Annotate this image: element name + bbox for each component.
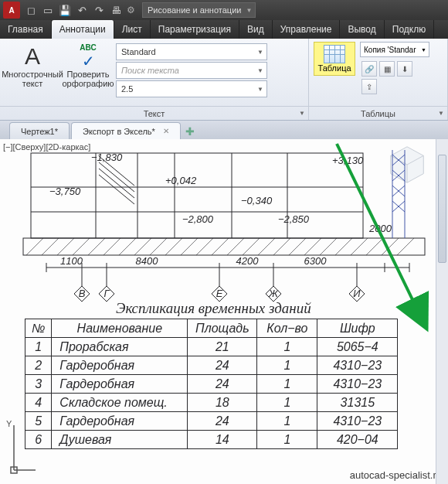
panel-tables: Таблица Копия 'Standar 🔗 ▦ ⬇ ⇪ Таблицы▼ <box>309 39 448 120</box>
svg-line-23 <box>119 238 136 255</box>
th-name: Наименование <box>52 319 188 338</box>
panel-text-title[interactable]: Текст▼ <box>0 106 308 120</box>
download-icon[interactable]: ⬇ <box>397 61 412 77</box>
svg-text:Ж: Ж <box>268 288 279 299</box>
svg-line-33 <box>273 238 290 255</box>
th-qty: Кол−во <box>257 319 317 338</box>
mtext-label: Многострочный текст <box>2 70 63 88</box>
svg-line-36 <box>320 238 337 255</box>
table-title: Экспликация временных зданий <box>116 300 311 317</box>
table-icon <box>324 45 345 63</box>
document-tabs: Чертеж1* Экспорт в Эксель*✕ ✚ <box>0 121 448 139</box>
th-code: Шифр <box>317 319 398 338</box>
doc-tab-2[interactable]: Экспорт в Эксель*✕ <box>71 122 181 139</box>
close-icon[interactable]: ✕ <box>163 127 169 135</box>
quick-access-toolbar: A ◻ ▭ 💾 ↶ ↷ 🖶 ⚙ Рисование и аннотации <box>0 0 448 20</box>
mtext-button[interactable]: A Многострочный текст <box>5 42 60 90</box>
table-row: 3Гардеробная2414310−23 <box>25 375 398 394</box>
new-icon[interactable]: ◻ <box>25 4 37 16</box>
svg-line-26 <box>165 238 182 255</box>
spell-label: Проверить орфографию <box>62 70 114 88</box>
svg-line-22 <box>104 238 120 255</box>
svg-line-39 <box>366 238 383 255</box>
svg-rect-16 <box>23 238 425 255</box>
text-style-select[interactable]: Standard <box>116 43 267 60</box>
svg-text:+0,042: +0,042 <box>165 175 197 186</box>
watermark: autocad-specialist.ru <box>350 469 442 481</box>
svg-line-24 <box>134 238 151 255</box>
drawing-canvas[interactable]: [−][Сверху][2D-каркас] <box>0 139 448 484</box>
svg-text:6300: 6300 <box>304 255 328 267</box>
table-style-select[interactable]: Копия 'Standar <box>360 42 429 57</box>
svg-text:−2,800: −2,800 <box>182 213 214 225</box>
app-logo[interactable]: A <box>3 2 20 19</box>
spellcheck-button[interactable]: ABC ✓ Проверить орфографию <box>60 42 116 90</box>
svg-line-41 <box>397 238 414 255</box>
svg-line-20 <box>73 238 90 255</box>
link-icon[interactable]: 🔗 <box>361 61 377 77</box>
mtext-icon: A <box>20 43 45 70</box>
svg-text:1100: 1100 <box>60 255 83 267</box>
svg-text:−0,340: −0,340 <box>241 195 273 206</box>
vertical-scrollbar[interactable] <box>436 139 448 484</box>
text-search-input[interactable]: Поиск текста <box>116 62 267 79</box>
extract-icon[interactable]: ▦ <box>379 61 395 77</box>
spell-icon: ABC ✓ <box>76 43 100 70</box>
th-area: Площадь <box>188 319 257 338</box>
tab-output[interactable]: Вывод <box>340 20 384 39</box>
tab-plugins[interactable]: Подклю <box>385 20 434 39</box>
svg-text:2000: 2000 <box>368 223 392 234</box>
svg-text:8400: 8400 <box>136 255 159 267</box>
section-drawing: +3,130 +0,042 −0,340 −2,800 −2,850 −3,75… <box>0 139 448 309</box>
svg-line-14 <box>99 169 134 198</box>
save-icon[interactable]: 💾 <box>59 4 71 16</box>
table-row: 4Складское помещ.18131315 <box>25 394 398 412</box>
panel-text: A Многострочный текст ABC ✓ Проверить ор… <box>0 39 309 120</box>
svg-text:4200: 4200 <box>236 255 260 267</box>
svg-line-31 <box>243 238 260 255</box>
ribbon: A Многострочный текст ABC ✓ Проверить ор… <box>0 39 448 121</box>
ribbon-tabs: Главная Аннотации Лист Параметризация Ви… <box>0 20 448 39</box>
svg-text:−3,750: −3,750 <box>49 186 81 197</box>
tab-annotations[interactable]: Аннотации <box>52 20 114 39</box>
workspace-select[interactable]: Рисование и аннотации <box>142 2 256 18</box>
ucs-icon[interactable]: Y <box>5 418 39 479</box>
table-button[interactable]: Таблица <box>314 42 355 76</box>
tab-parametric[interactable]: Параметризация <box>151 20 239 39</box>
gear-icon: ⚙ <box>127 5 135 15</box>
redo-icon[interactable]: ↷ <box>93 4 105 16</box>
svg-line-40 <box>382 238 399 255</box>
scrollbar-thumb[interactable] <box>438 155 446 263</box>
undo-icon[interactable]: ↶ <box>76 4 88 16</box>
svg-line-35 <box>304 238 321 255</box>
svg-line-15 <box>99 175 134 204</box>
svg-text:Y: Y <box>6 419 12 428</box>
svg-text:Г: Г <box>104 288 110 299</box>
doc-tab-1[interactable]: Чертеж1* <box>9 122 70 139</box>
tab-sheet[interactable]: Лист <box>114 20 151 39</box>
tab-home[interactable]: Главная <box>0 20 52 39</box>
svg-text:−2,850: −2,850 <box>278 213 310 225</box>
svg-line-25 <box>150 238 167 255</box>
panel-tables-title[interactable]: Таблицы▼ <box>309 106 447 120</box>
svg-line-17 <box>26 238 43 255</box>
svg-line-21 <box>88 238 105 255</box>
svg-line-34 <box>289 238 306 255</box>
th-no: № <box>25 319 52 338</box>
table-row: 2Гардеробная2414310−23 <box>25 356 398 375</box>
export-icon[interactable]: ⇪ <box>361 79 377 94</box>
new-doc-button[interactable]: ✚ <box>182 124 198 139</box>
svg-line-37 <box>335 238 352 255</box>
svg-line-30 <box>227 238 244 255</box>
text-height-select[interactable]: 2.5 <box>116 80 267 97</box>
tab-view[interactable]: Вид <box>239 20 273 39</box>
table-row: 1Прорабская2115065−4 <box>25 338 398 356</box>
svg-line-29 <box>212 238 229 255</box>
table-row: 5Гардеробная2414310−23 <box>25 412 398 431</box>
tab-manage[interactable]: Управление <box>273 20 341 39</box>
table-row: 6Душевая141420−04 <box>25 431 398 449</box>
svg-line-27 <box>181 238 198 255</box>
svg-text:И: И <box>353 288 361 299</box>
print-icon[interactable]: 🖶 <box>110 4 122 16</box>
open-icon[interactable]: ▭ <box>42 4 54 16</box>
